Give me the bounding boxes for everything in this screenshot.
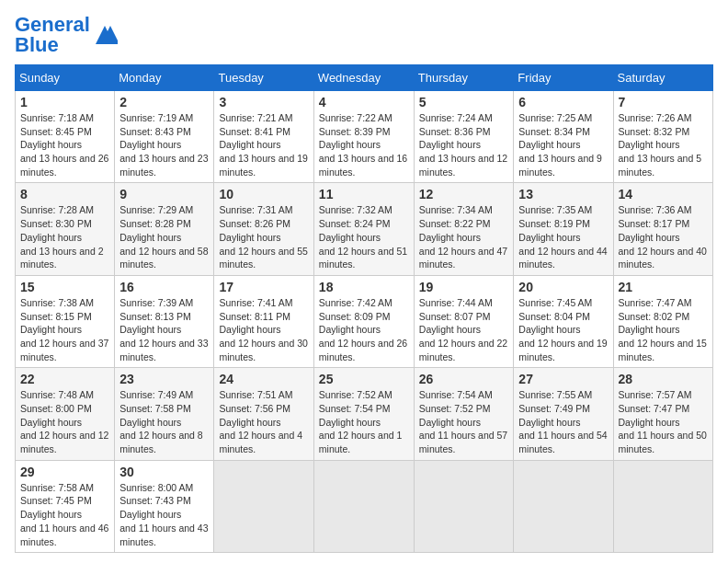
calendar-day-cell: 10 Sunrise: 7:31 AM Sunset: 8:26 PM Dayl… bbox=[214, 183, 313, 275]
calendar-day-cell: 9 Sunrise: 7:29 AM Sunset: 8:28 PM Dayli… bbox=[115, 183, 214, 275]
day-number: 6 bbox=[518, 95, 608, 109]
col-friday: Friday bbox=[514, 65, 613, 91]
logo-text: General Blue bbox=[15, 15, 90, 55]
calendar-day-cell: 30 Sunrise: 8:00 AM Sunset: 7:43 PM Dayl… bbox=[115, 460, 214, 552]
day-info: Sunrise: 7:19 AM Sunset: 8:43 PM Dayligh… bbox=[119, 111, 209, 178]
day-info: Sunrise: 7:22 AM Sunset: 8:39 PM Dayligh… bbox=[319, 111, 409, 178]
day-info: Sunrise: 7:48 AM Sunset: 8:00 PM Dayligh… bbox=[20, 388, 109, 455]
calendar-day-cell: 19 Sunrise: 7:44 AM Sunset: 8:07 PM Dayl… bbox=[414, 275, 514, 367]
day-info: Sunrise: 7:34 AM Sunset: 8:22 PM Dayligh… bbox=[419, 203, 509, 270]
calendar-day-cell: 6 Sunrise: 7:25 AM Sunset: 8:34 PM Dayli… bbox=[514, 91, 613, 183]
calendar-day-cell: 22 Sunrise: 7:48 AM Sunset: 8:00 PM Dayl… bbox=[16, 368, 115, 460]
calendar-day-cell bbox=[313, 460, 414, 552]
day-number: 23 bbox=[119, 372, 209, 386]
day-number: 26 bbox=[419, 372, 509, 386]
day-number: 13 bbox=[518, 187, 608, 201]
day-info: Sunrise: 7:32 AM Sunset: 8:24 PM Dayligh… bbox=[319, 203, 409, 270]
day-info: Sunrise: 7:28 AM Sunset: 8:30 PM Dayligh… bbox=[20, 203, 109, 270]
calendar-day-cell: 29 Sunrise: 7:58 AM Sunset: 7:45 PM Dayl… bbox=[16, 460, 115, 552]
calendar-day-cell: 11 Sunrise: 7:32 AM Sunset: 8:24 PM Dayl… bbox=[313, 183, 414, 275]
calendar-week-row: 29 Sunrise: 7:58 AM Sunset: 7:45 PM Dayl… bbox=[16, 460, 713, 552]
day-info: Sunrise: 7:58 AM Sunset: 7:45 PM Dayligh… bbox=[20, 481, 109, 548]
day-info: Sunrise: 7:25 AM Sunset: 8:34 PM Dayligh… bbox=[518, 111, 608, 178]
day-info: Sunrise: 7:47 AM Sunset: 8:02 PM Dayligh… bbox=[619, 296, 709, 363]
day-number: 15 bbox=[20, 280, 109, 294]
calendar-week-row: 8 Sunrise: 7:28 AM Sunset: 8:30 PM Dayli… bbox=[16, 183, 713, 275]
day-number: 12 bbox=[419, 187, 509, 201]
day-info: Sunrise: 7:45 AM Sunset: 8:04 PM Dayligh… bbox=[518, 296, 608, 363]
calendar-day-cell: 14 Sunrise: 7:36 AM Sunset: 8:17 PM Dayl… bbox=[613, 183, 713, 275]
col-wednesday: Wednesday bbox=[313, 65, 414, 91]
day-number: 27 bbox=[518, 372, 608, 386]
day-number: 18 bbox=[319, 280, 409, 294]
day-info: Sunrise: 7:38 AM Sunset: 8:15 PM Dayligh… bbox=[20, 296, 109, 363]
col-sunday: Sunday bbox=[16, 65, 115, 91]
day-info: Sunrise: 7:26 AM Sunset: 8:32 PM Dayligh… bbox=[619, 111, 709, 178]
calendar-day-cell bbox=[414, 460, 514, 552]
calendar-day-cell bbox=[214, 460, 313, 552]
day-number: 25 bbox=[319, 372, 409, 386]
col-monday: Monday bbox=[115, 65, 214, 91]
calendar-day-cell: 21 Sunrise: 7:47 AM Sunset: 8:02 PM Dayl… bbox=[613, 275, 713, 367]
day-number: 20 bbox=[518, 280, 608, 294]
calendar-day-cell: 3 Sunrise: 7:21 AM Sunset: 8:41 PM Dayli… bbox=[214, 91, 313, 183]
day-info: Sunrise: 7:31 AM Sunset: 8:26 PM Dayligh… bbox=[219, 203, 308, 270]
day-number: 1 bbox=[20, 95, 109, 109]
day-info: Sunrise: 7:29 AM Sunset: 8:28 PM Dayligh… bbox=[119, 203, 209, 270]
logo-icon bbox=[92, 22, 118, 48]
day-info: Sunrise: 7:51 AM Sunset: 7:56 PM Dayligh… bbox=[219, 388, 308, 455]
calendar-day-cell: 5 Sunrise: 7:24 AM Sunset: 8:36 PM Dayli… bbox=[414, 91, 514, 183]
day-number: 14 bbox=[619, 187, 709, 201]
day-number: 28 bbox=[619, 372, 709, 386]
day-number: 2 bbox=[119, 95, 209, 109]
calendar-week-row: 1 Sunrise: 7:18 AM Sunset: 8:45 PM Dayli… bbox=[16, 91, 713, 183]
day-number: 7 bbox=[619, 95, 709, 109]
calendar-day-cell: 1 Sunrise: 7:18 AM Sunset: 8:45 PM Dayli… bbox=[16, 91, 115, 183]
day-number: 9 bbox=[119, 187, 209, 201]
calendar-day-cell: 7 Sunrise: 7:26 AM Sunset: 8:32 PM Dayli… bbox=[613, 91, 713, 183]
col-tuesday: Tuesday bbox=[214, 65, 313, 91]
calendar-week-row: 15 Sunrise: 7:38 AM Sunset: 8:15 PM Dayl… bbox=[16, 275, 713, 367]
day-number: 29 bbox=[20, 465, 109, 479]
calendar-day-cell: 15 Sunrise: 7:38 AM Sunset: 8:15 PM Dayl… bbox=[16, 275, 115, 367]
calendar-day-cell: 18 Sunrise: 7:42 AM Sunset: 8:09 PM Dayl… bbox=[313, 275, 414, 367]
calendar-day-cell: 24 Sunrise: 7:51 AM Sunset: 7:56 PM Dayl… bbox=[214, 368, 313, 460]
day-number: 16 bbox=[119, 280, 209, 294]
calendar-day-cell: 26 Sunrise: 7:54 AM Sunset: 7:52 PM Dayl… bbox=[414, 368, 514, 460]
calendar-week-row: 22 Sunrise: 7:48 AM Sunset: 8:00 PM Dayl… bbox=[16, 368, 713, 460]
day-info: Sunrise: 7:44 AM Sunset: 8:07 PM Dayligh… bbox=[419, 296, 509, 363]
day-info: Sunrise: 7:57 AM Sunset: 7:47 PM Dayligh… bbox=[619, 388, 709, 455]
day-number: 17 bbox=[219, 280, 308, 294]
day-number: 30 bbox=[119, 465, 209, 479]
day-number: 4 bbox=[319, 95, 409, 109]
calendar-day-cell: 4 Sunrise: 7:22 AM Sunset: 8:39 PM Dayli… bbox=[313, 91, 414, 183]
day-info: Sunrise: 7:39 AM Sunset: 8:13 PM Dayligh… bbox=[119, 296, 209, 363]
day-info: Sunrise: 7:49 AM Sunset: 7:58 PM Dayligh… bbox=[119, 388, 209, 455]
day-number: 24 bbox=[219, 372, 308, 386]
day-number: 11 bbox=[319, 187, 409, 201]
col-saturday: Saturday bbox=[613, 65, 713, 91]
day-number: 8 bbox=[20, 187, 109, 201]
day-info: Sunrise: 7:54 AM Sunset: 7:52 PM Dayligh… bbox=[419, 388, 509, 455]
calendar-day-cell: 23 Sunrise: 7:49 AM Sunset: 7:58 PM Dayl… bbox=[115, 368, 214, 460]
calendar-table: Sunday Monday Tuesday Wednesday Thursday… bbox=[15, 64, 713, 553]
day-info: Sunrise: 7:35 AM Sunset: 8:19 PM Dayligh… bbox=[518, 203, 608, 270]
day-info: Sunrise: 7:18 AM Sunset: 8:45 PM Dayligh… bbox=[20, 111, 109, 178]
day-info: Sunrise: 7:24 AM Sunset: 8:36 PM Dayligh… bbox=[419, 111, 509, 178]
calendar-header-row: Sunday Monday Tuesday Wednesday Thursday… bbox=[16, 65, 713, 91]
day-info: Sunrise: 7:55 AM Sunset: 7:49 PM Dayligh… bbox=[518, 388, 608, 455]
calendar-day-cell: 25 Sunrise: 7:52 AM Sunset: 7:54 PM Dayl… bbox=[313, 368, 414, 460]
day-info: Sunrise: 7:21 AM Sunset: 8:41 PM Dayligh… bbox=[219, 111, 308, 178]
calendar-day-cell bbox=[514, 460, 613, 552]
day-info: Sunrise: 7:36 AM Sunset: 8:17 PM Dayligh… bbox=[619, 203, 709, 270]
col-thursday: Thursday bbox=[414, 65, 514, 91]
calendar-day-cell: 27 Sunrise: 7:55 AM Sunset: 7:49 PM Dayl… bbox=[514, 368, 613, 460]
page-header: General Blue bbox=[15, 15, 713, 55]
day-number: 19 bbox=[419, 280, 509, 294]
day-number: 5 bbox=[419, 95, 509, 109]
day-number: 10 bbox=[219, 187, 308, 201]
calendar-day-cell: 17 Sunrise: 7:41 AM Sunset: 8:11 PM Dayl… bbox=[214, 275, 313, 367]
day-info: Sunrise: 7:52 AM Sunset: 7:54 PM Dayligh… bbox=[319, 388, 409, 455]
calendar-day-cell: 16 Sunrise: 7:39 AM Sunset: 8:13 PM Dayl… bbox=[115, 275, 214, 367]
day-info: Sunrise: 7:41 AM Sunset: 8:11 PM Dayligh… bbox=[219, 296, 308, 363]
